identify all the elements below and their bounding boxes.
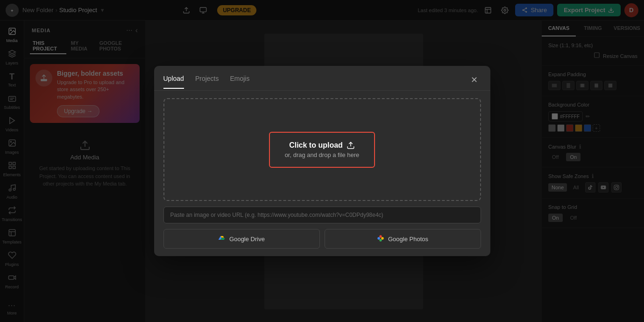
gdrive-svg <box>218 234 226 242</box>
drop-zone-inner: Click to upload or, drag and drop a file… <box>269 132 375 168</box>
svg-point-56 <box>377 237 380 239</box>
url-input-row <box>163 207 481 223</box>
modal-tab-projects[interactable]: Projects <box>195 75 219 89</box>
modal-header: Upload Projects Emojis ✕ <box>154 66 490 91</box>
svg-point-54 <box>381 237 383 239</box>
gdrive-label: Google Drive <box>229 236 265 243</box>
drop-zone-title: Click to upload <box>285 141 360 150</box>
gphotos-svg <box>377 235 384 242</box>
modal-close-button[interactable]: ✕ <box>468 73 481 86</box>
modal-overlay[interactable]: Upload Projects Emojis ✕ Click to upload… <box>0 0 644 322</box>
modal-buttons: Google Drive Google Photos <box>163 229 481 249</box>
svg-point-53 <box>379 235 382 237</box>
upload-icon <box>347 141 355 150</box>
modal-tab-upload[interactable]: Upload <box>163 75 184 89</box>
google-photos-button[interactable]: Google Photos <box>325 229 481 249</box>
drop-zone-subtitle: or, drag and drop a file here <box>285 151 360 158</box>
google-drive-button[interactable]: Google Drive <box>163 229 320 249</box>
drop-zone[interactable]: Click to upload or, drag and drop a file… <box>163 98 481 201</box>
modal-body: Click to upload or, drag and drop a file… <box>154 91 490 256</box>
url-input[interactable] <box>163 207 481 223</box>
upload-modal: Upload Projects Emojis ✕ Click to upload… <box>154 66 490 256</box>
gdrive-icon <box>218 234 226 243</box>
gphotos-icon <box>377 235 384 243</box>
modal-tab-emojis[interactable]: Emojis <box>230 75 249 89</box>
svg-point-55 <box>379 239 382 241</box>
gphotos-label: Google Photos <box>388 236 428 243</box>
